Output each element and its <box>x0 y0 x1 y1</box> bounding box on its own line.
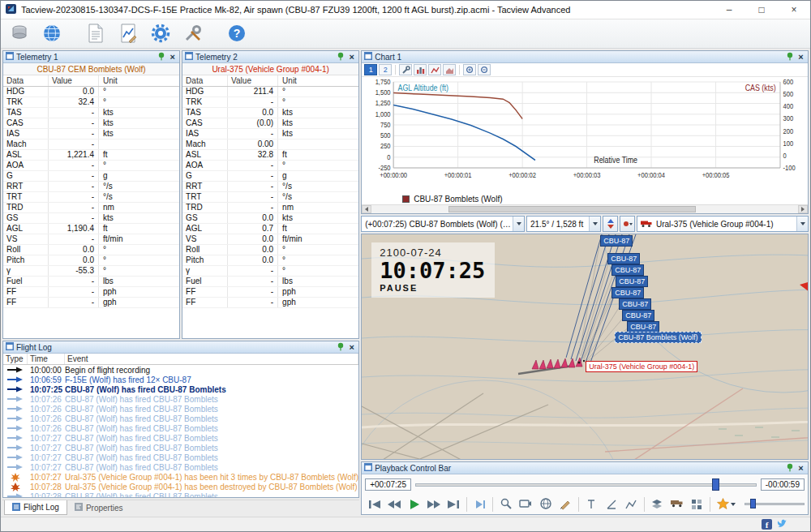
flight-log-row[interactable]: 10:07:26CBU-87 (Wolf) has fired CBU-87 B… <box>3 394 358 404</box>
chart-plot-area[interactable]: 1,7501,5001,2501,0007505002500-250600500… <box>362 77 808 194</box>
measure-altitude-button[interactable] <box>582 496 601 513</box>
measure-route-button[interactable] <box>621 496 640 513</box>
pin-icon[interactable] <box>786 463 794 474</box>
3d-view[interactable]: 2100-07-24 10:07:25 PAUSE CBU-87CBU-87CB… <box>361 234 809 460</box>
scroll-left-icon[interactable] <box>362 205 371 213</box>
minimize-button[interactable]: – <box>713 1 745 19</box>
close-button[interactable]: × <box>778 1 810 19</box>
telemetry-row[interactable]: VS-ft/min <box>3 234 179 245</box>
flight-report-button[interactable] <box>82 22 109 46</box>
telemetry-row[interactable]: TRT-°/s <box>182 192 358 203</box>
display-options-button[interactable] <box>687 496 706 513</box>
close-panel-icon[interactable]: × <box>347 342 356 353</box>
skip-to-end-button[interactable] <box>444 496 463 513</box>
telemetry-row[interactable]: γ-° <box>182 266 358 277</box>
close-panel-icon[interactable]: × <box>347 52 356 62</box>
telemetry-row[interactable]: γ-55.3° <box>3 266 179 277</box>
telemetry-row[interactable]: GS0.0kts <box>182 213 358 224</box>
telemetry-row[interactable]: Mach- <box>3 139 179 150</box>
favorites-button[interactable] <box>714 496 739 513</box>
flight-log-row[interactable]: 10:07:26CBU-87 (Wolf) has fired CBU-87 B… <box>3 414 358 423</box>
speed-thumb[interactable] <box>750 499 756 508</box>
chart-area-button[interactable] <box>443 64 456 75</box>
twitter-icon[interactable] <box>777 518 789 530</box>
telemetry-row[interactable]: Mach0.00 <box>182 139 358 150</box>
telemetry-row[interactable]: Fuel-lbs <box>3 277 179 287</box>
globe-view-button[interactable] <box>536 496 555 513</box>
bomb-label[interactable]: CBU-87 <box>611 287 644 298</box>
primary-object-combobox[interactable]: (+00:07:25) CBU-87 Bomblets (Wolf) (has … <box>361 216 525 232</box>
telemetry-row[interactable]: G-g <box>182 171 358 182</box>
bomb-label[interactable]: CBU-87 <box>627 321 659 332</box>
chart-preset-1-button[interactable]: 1 <box>364 64 377 75</box>
skip-to-start-button[interactable] <box>365 496 384 513</box>
telemetry-row[interactable]: AGL1,190.4ft <box>3 224 179 234</box>
telemetry-charts-button[interactable] <box>114 22 142 46</box>
chart-line-button[interactable] <box>428 64 441 75</box>
camera-zoom-button[interactable] <box>496 496 515 513</box>
flight-log-row[interactable]: 10:07:28Ural-375 (Vehicle Group #004-1) … <box>3 482 358 491</box>
chevron-down-icon[interactable] <box>589 217 600 231</box>
flight-log-row[interactable]: 10:07:27CBU-87 (Wolf) has fired CBU-87 B… <box>3 443 358 453</box>
telemetry-row[interactable]: Pitch0.0° <box>3 255 179 266</box>
pin-icon[interactable] <box>786 52 794 62</box>
flight-log-row[interactable]: 10:07:28CBU-87 (Wolf) has fired CBU-87 B… <box>3 491 358 497</box>
bomb-label[interactable]: CBU-87 <box>616 276 648 287</box>
telemetry-row[interactable]: ASL1,221.4ft <box>3 150 179 161</box>
telemetry-row[interactable]: HDG211.4° <box>182 87 358 97</box>
telemetry-row[interactable]: AOA-° <box>3 161 179 171</box>
close-panel-icon[interactable]: × <box>796 52 805 62</box>
bomblets-object-label[interactable]: CBU-87 Bomblets (Wolf) <box>615 332 701 343</box>
chevron-down-icon[interactable] <box>796 217 808 231</box>
secondary-object-options-button[interactable] <box>620 216 635 232</box>
fast-forward-button[interactable] <box>424 496 443 513</box>
telemetry-row[interactable]: TRK-° <box>182 97 358 108</box>
flight-log-row[interactable]: 10:07:27CBU-87 (Wolf) has fired CBU-87 B… <box>3 453 358 462</box>
telemetry-row[interactable]: Fuel-lbs <box>182 277 358 287</box>
flight-log-row[interactable]: 10:06:59F-15E (Wolf) has fired 12× CBU-8… <box>3 375 358 384</box>
scroll-right-icon[interactable] <box>798 205 808 213</box>
chart-scrollbar[interactable] <box>362 204 808 213</box>
telemetry-row[interactable]: RRT-°/s <box>3 182 179 192</box>
bomb-label[interactable]: CBU-87 <box>619 298 651 310</box>
settings-button[interactable] <box>147 22 174 46</box>
telemetry-row[interactable]: FF-gph <box>3 298 179 308</box>
online-flights-button[interactable] <box>38 22 66 46</box>
chart-bars-button[interactable] <box>414 64 427 75</box>
close-panel-icon[interactable]: × <box>796 463 805 474</box>
facebook-icon[interactable]: f <box>762 519 772 530</box>
telemetry-row[interactable]: RRT-°/s <box>182 182 358 192</box>
telemetry-row[interactable]: CAS(0.0)kts <box>182 118 358 129</box>
timeline-slider[interactable] <box>415 478 757 491</box>
telemetry-row[interactable]: G-g <box>3 171 179 182</box>
telemetry-row[interactable]: Pitch0.0° <box>182 255 358 266</box>
ural-object-label[interactable]: Ural-375 (Vehicle Group #004-1) <box>586 361 697 372</box>
telemetry-row[interactable]: Roll0.0° <box>182 245 358 255</box>
flight-log-row[interactable]: 10:07:26CBU-87 (Wolf) has fired CBU-87 B… <box>3 404 358 414</box>
open-recordings-button[interactable] <box>6 22 33 46</box>
tab-flight-log[interactable]: Flight Log <box>4 500 67 515</box>
flight-log-row[interactable]: 10:07:26CBU-87 (Wolf) has fired CBU-87 B… <box>3 423 358 433</box>
chart-zoom-out-button[interactable] <box>478 64 491 75</box>
telemetry-row[interactable]: TRT-°/s <box>3 192 179 203</box>
chevron-down-icon[interactable] <box>513 217 524 231</box>
chart-preset-2-button[interactable]: 2 <box>379 64 392 75</box>
chart-zoom-in-button[interactable] <box>463 64 476 75</box>
telemetry-row[interactable]: AOA-° <box>182 161 358 171</box>
help-button[interactable]: ? <box>223 22 251 46</box>
telemetry-row[interactable]: TRK32.4° <box>3 97 179 108</box>
flight-log-row[interactable]: 10:00:00Begin of flight recording <box>3 365 358 375</box>
telemetry-row[interactable]: Roll0.0° <box>3 245 179 255</box>
pin-icon[interactable] <box>157 52 165 62</box>
camera-button[interactable] <box>517 496 535 513</box>
telemetry-row[interactable]: TRD-nm <box>3 203 179 213</box>
telemetry-row[interactable]: IAS-kts <box>3 129 179 139</box>
scrollbar-thumb[interactable] <box>448 206 696 212</box>
maximize-button[interactable]: □ <box>745 1 778 19</box>
tab-properties[interactable]: Properties <box>67 500 131 515</box>
advanced-tools-button[interactable] <box>179 22 207 46</box>
flight-log-row[interactable]: 10:07:27Ural-375 (Vehicle Group #004-1) … <box>3 472 358 482</box>
flight-log-row[interactable]: 10:07:27CBU-87 (Wolf) has fired CBU-87 B… <box>3 462 358 472</box>
flight-log-row[interactable]: 10:07:25CBU-87 (Wolf) has fired CBU-87 B… <box>3 384 358 394</box>
secondary-object-combobox[interactable]: Ural-375 (Vehicle Group #004-1) <box>637 216 809 232</box>
